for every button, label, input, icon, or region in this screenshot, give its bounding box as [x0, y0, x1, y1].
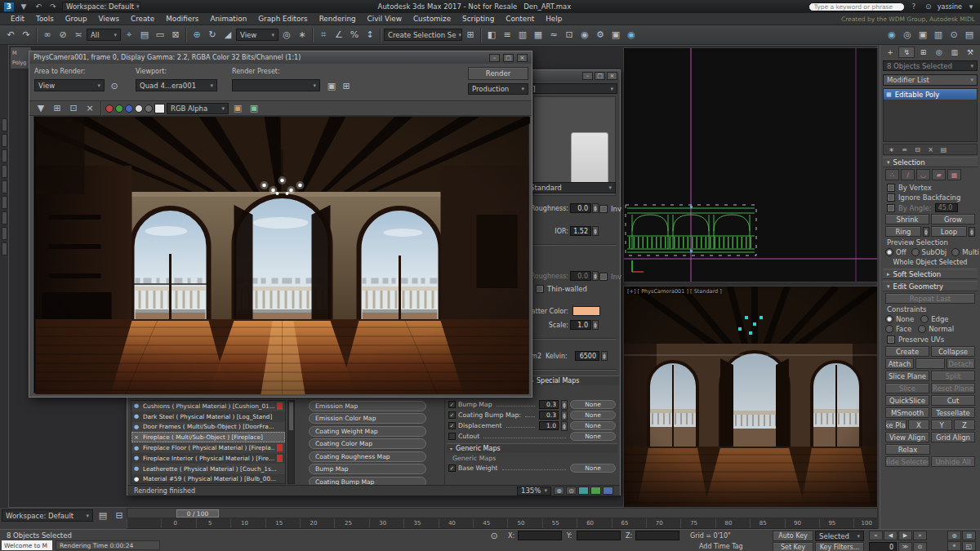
color-correction-icon[interactable]: ▣ — [230, 101, 245, 116]
zoom-icon[interactable]: ⊕ — [947, 531, 961, 540]
selection-filter-dropdown[interactable]: All — [87, 29, 121, 41]
selected-set-dropdown[interactable]: Selected — [815, 531, 864, 541]
x-coordinate-field[interactable] — [518, 531, 562, 540]
map-amount-field[interactable]: 0.3 — [539, 400, 559, 409]
undo-icon[interactable]: ↶ — [3, 28, 18, 42]
utilities-tab-icon[interactable]: ⚒ — [963, 47, 978, 58]
map-node-emission-color-map[interactable]: Emission Color Map — [309, 413, 426, 424]
preview-off-radio[interactable]: Off — [885, 248, 906, 256]
left-strip-icon[interactable] — [2, 211, 7, 224]
constraint-edge-radio[interactable]: Edge — [920, 315, 948, 323]
app-logo-icon[interactable]: 3 — [3, 2, 15, 12]
notification-icon[interactable]: ▾ — [965, 2, 977, 12]
go-to-end-icon[interactable]: ≫ — [898, 542, 912, 551]
rendered-frame-titlebar[interactable]: PhysCamera001, frame 0, Display Gamma: 2… — [29, 51, 532, 64]
material-row[interactable]: ●Door Frames ( Multi/Sub-Object ) [DoorF… — [131, 422, 285, 433]
roughness-inv-checkbox[interactable]: Inv — [599, 205, 621, 213]
button-quickslice[interactable]: QuickSlice — [885, 395, 929, 406]
workspace-dropdown[interactable]: Workspace: Default — [62, 2, 140, 11]
scatter-color-swatch[interactable] — [572, 306, 600, 316]
loop-button[interactable]: Loop — [931, 226, 967, 237]
red-channel-icon[interactable] — [105, 104, 114, 113]
object-name-field[interactable]: 8 Objects Selected — [883, 60, 978, 71]
add-time-tag[interactable]: Add Time Tag — [699, 543, 743, 550]
left-strip-icon[interactable] — [2, 242, 7, 256]
menu-views[interactable]: Views — [93, 13, 125, 25]
blue-channel-icon[interactable] — [125, 104, 133, 113]
grow-button[interactable]: Grow — [931, 214, 975, 224]
spinner-snap-icon[interactable]: ↕ — [363, 28, 377, 42]
maximize-icon[interactable]: □ — [503, 54, 514, 62]
border-icon[interactable]: ◡ — [916, 169, 930, 180]
maxscript-listener[interactable]: Welcome to M — [2, 540, 52, 550]
minimize-icon[interactable]: – — [582, 72, 593, 80]
button-collapse[interactable]: Collapse — [931, 346, 975, 357]
viewport-label[interactable]: [+] [ PhysCamera001 ] [ Standard ] — [627, 288, 722, 295]
map-param-checkbox[interactable] — [448, 433, 456, 440]
options-icon[interactable] — [603, 487, 613, 495]
isolate-selection-icon[interactable]: ⊙ — [947, 28, 961, 42]
button-create[interactable]: Create — [885, 346, 929, 357]
element-icon[interactable]: ▦ — [947, 169, 961, 180]
select-and-scale-icon[interactable]: ◢ — [220, 28, 235, 42]
menu-civil-view[interactable]: Civil View — [362, 13, 408, 25]
curve-editor-icon[interactable]: ≈ — [546, 28, 561, 42]
maximize-icon[interactable]: □ — [595, 72, 605, 80]
render-flyout-icon[interactable]: ◉ — [884, 28, 899, 42]
constraint-none-radio[interactable]: None — [885, 315, 914, 323]
save-image-icon[interactable]: ▼ — [33, 101, 48, 116]
map-slot-button[interactable]: None — [570, 411, 616, 420]
material-editor-icon[interactable]: ◉ — [577, 28, 592, 42]
display-tab-icon[interactable]: ▥ — [947, 47, 962, 58]
spinner[interactable] — [561, 421, 568, 431]
select-and-manipulate-icon[interactable]: ∗ — [295, 28, 310, 42]
left-strip-icon[interactable] — [2, 180, 7, 193]
menu-content[interactable]: Content — [500, 13, 540, 25]
viewport-dropdown[interactable]: Quad 4...era001 — [136, 79, 217, 91]
time-slider-handle[interactable]: 0 / 100 — [176, 509, 219, 518]
create-tab-icon[interactable]: + — [883, 47, 898, 58]
edit-named-selections-icon[interactable]: ⊞ — [463, 28, 478, 42]
z-coordinate-field[interactable] — [635, 531, 679, 540]
left-strip-icon[interactable] — [2, 134, 7, 147]
color-swatch[interactable] — [154, 104, 165, 113]
button-make-planar[interactable]: Make Planar — [885, 420, 906, 430]
preview-subobj-radio[interactable]: SubObj — [911, 248, 947, 256]
alpha-channel-icon[interactable] — [135, 104, 143, 113]
redo-icon[interactable]: ↷ — [19, 28, 33, 42]
channel-display-dropdown[interactable]: RGB Alpha — [167, 103, 229, 114]
remove-modifier-icon[interactable]: × — [924, 144, 937, 154]
modify-tab-icon[interactable]: ↯ — [898, 47, 915, 58]
thin-walled-checkbox[interactable]: Thin-walled — [536, 285, 587, 293]
current-frame-field[interactable]: 0 — [869, 542, 897, 551]
schematic-view-icon[interactable]: ⊡ — [562, 28, 577, 42]
green-channel-icon[interactable] — [115, 104, 123, 113]
save-file-icon[interactable]: ▼ — [18, 2, 29, 12]
button-reset-plane[interactable]: Reset Plane — [931, 383, 975, 393]
material-row[interactable]: ×Fireplace ( Multi/Sub-Object ) [Firepla… — [131, 432, 285, 442]
unlink-icon[interactable]: ⊘ — [56, 28, 70, 42]
menu-tools[interactable]: Tools — [30, 13, 60, 25]
play-icon[interactable]: ▶ — [898, 531, 912, 540]
roughness-field[interactable]: 0.0 — [570, 203, 591, 213]
button-slice[interactable]: Slice — [885, 383, 929, 393]
search-input[interactable] — [808, 2, 905, 11]
menu-scripting[interactable]: Scripting — [457, 13, 500, 25]
redo-quick-icon[interactable]: ↷ — [47, 2, 59, 12]
repeat-last-button[interactable]: Repeat Last — [885, 293, 975, 304]
previous-frame-icon[interactable]: ◀ — [884, 531, 898, 540]
material-row[interactable]: ●Cushions ( Physical Material ) [Cushion… — [131, 401, 285, 411]
use-pivot-center-icon[interactable]: ◎ — [279, 28, 294, 42]
percent-snap-icon[interactable]: % — [347, 28, 362, 42]
preview-toggle-icon[interactable] — [590, 487, 601, 495]
scale-field[interactable]: 1.0 — [570, 320, 591, 330]
hierarchy-tab-icon[interactable]: ⊞ — [915, 47, 930, 58]
ior-field[interactable]: 1.52 — [570, 226, 591, 236]
edit-geometry-rollout[interactable]: Edit Geometry — [883, 281, 978, 291]
constraint-face-radio[interactable]: Face — [885, 325, 911, 333]
material-row[interactable]: ●Fireplace Floor ( Physical Material ) [… — [131, 442, 285, 453]
angle-snap-icon[interactable]: ∠ — [332, 28, 346, 42]
workspace-bottom-dropdown[interactable]: Workspace: Default — [2, 509, 93, 522]
by-angle-checkbox[interactable]: By Angle: 45.0 — [887, 203, 973, 212]
menu-rendering[interactable]: Rendering — [314, 13, 362, 25]
